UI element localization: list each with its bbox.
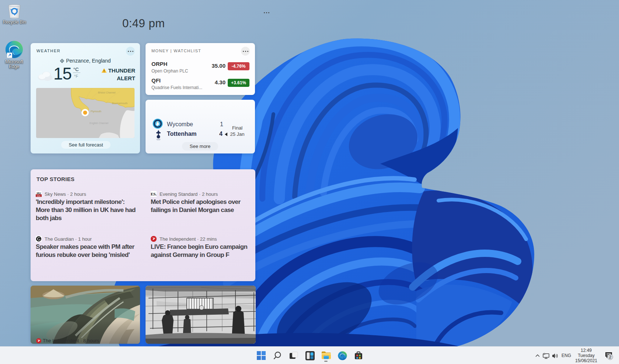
svg-text:news: news — [37, 195, 41, 197]
svg-text:English Channel: English Channel — [90, 122, 108, 125]
svg-text:Bristol Channel: Bristol Channel — [98, 91, 116, 94]
svg-text:Bournemouth: Bournemouth — [112, 102, 127, 105]
svg-text:Plymouth: Plymouth — [91, 110, 101, 113]
svg-text:ES.: ES. — [151, 192, 157, 196]
svg-text:sky: sky — [36, 192, 41, 195]
